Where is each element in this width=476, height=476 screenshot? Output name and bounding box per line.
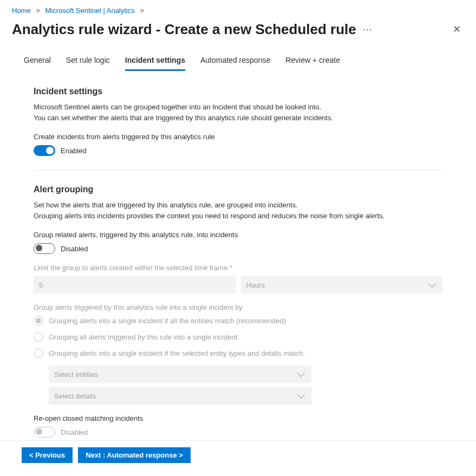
select-entities-placeholder: Select entities bbox=[54, 370, 98, 379]
select-details: Select details bbox=[49, 387, 311, 405]
radio-all-alerts-label: Grouping all alerts triggered by this ru… bbox=[49, 333, 237, 341]
alert-grouping-heading: Alert grouping bbox=[34, 185, 442, 194]
wizard-footer: < Previous Next : Automated response > bbox=[0, 440, 476, 476]
previous-button[interactable]: < Previous bbox=[22, 447, 73, 463]
next-button[interactable]: Next : Automated response > bbox=[78, 447, 191, 463]
incident-settings-heading: Incident settings bbox=[34, 87, 442, 96]
section-divider bbox=[34, 170, 442, 171]
limit-time-label: Limit the group to alerts created within… bbox=[34, 264, 442, 272]
create-incidents-label: Create incidents from alerts triggered b… bbox=[34, 133, 442, 141]
select-details-placeholder: Select details bbox=[54, 392, 96, 400]
desc-line: Microsoft Sentinel alerts can be grouped… bbox=[34, 103, 321, 111]
radio-all-alerts bbox=[34, 332, 43, 342]
tabs: General Set rule logic Incident settings… bbox=[12, 55, 464, 71]
create-incidents-toggle[interactable] bbox=[34, 145, 55, 156]
radio-selected-types bbox=[34, 348, 43, 358]
page-title: Analytics rule wizard - Create a new Sch… bbox=[12, 21, 356, 38]
chevron-down-icon bbox=[297, 391, 305, 399]
close-icon[interactable]: ✕ bbox=[449, 20, 464, 38]
breadcrumb: Home > Microsoft Sentinel | Analytics > bbox=[12, 6, 464, 15]
alert-grouping-desc: Set how the alerts that are triggered by… bbox=[34, 200, 442, 221]
tab-general[interactable]: General bbox=[24, 55, 51, 71]
limit-value-input bbox=[34, 276, 236, 294]
breadcrumb-sep: > bbox=[36, 6, 40, 15]
radio-entities-match bbox=[34, 316, 43, 325]
tab-review-create[interactable]: Review + create bbox=[285, 55, 340, 71]
desc-line: Grouping alerts into incidents provides … bbox=[34, 212, 384, 220]
desc-line: You can set whether the alerts that are … bbox=[34, 114, 333, 122]
reopen-state: Disabled bbox=[61, 428, 88, 436]
group-by-radio-group: Grouping alerts into a single incident i… bbox=[34, 316, 442, 358]
radio-selected-types-label: Grouping alerts into a single incident i… bbox=[49, 349, 305, 357]
group-related-toggle[interactable] bbox=[34, 243, 55, 254]
chevron-down-icon bbox=[428, 280, 436, 288]
group-by-label: Group alerts triggered by this analytics… bbox=[34, 303, 442, 311]
limit-unit-select: Hours bbox=[241, 276, 443, 294]
reopen-toggle bbox=[34, 427, 55, 438]
radio-entities-match-label: Grouping alerts into a single incident i… bbox=[49, 317, 286, 325]
tab-incident-settings[interactable]: Incident settings bbox=[125, 55, 185, 71]
create-incidents-state: Enabled bbox=[61, 147, 87, 155]
incident-settings-desc: Microsoft Sentinel alerts can be grouped… bbox=[34, 102, 442, 123]
chevron-down-icon bbox=[297, 369, 305, 377]
tab-automated-response[interactable]: Automated response bbox=[200, 55, 270, 71]
breadcrumb-sentinel[interactable]: Microsoft Sentinel | Analytics bbox=[45, 6, 135, 15]
breadcrumb-home[interactable]: Home bbox=[12, 6, 31, 15]
desc-line: Set how the alerts that are triggered by… bbox=[34, 201, 298, 209]
select-entities: Select entities bbox=[49, 366, 311, 383]
breadcrumb-sep: > bbox=[140, 6, 144, 15]
reopen-label: Re-open closed matching incidents bbox=[34, 414, 442, 422]
group-related-state: Disabled bbox=[61, 245, 88, 253]
limit-unit-value: Hours bbox=[246, 281, 265, 289]
tab-set-rule-logic[interactable]: Set rule logic bbox=[66, 55, 110, 71]
more-icon[interactable]: ··· bbox=[363, 24, 373, 35]
group-related-label: Group related alerts, triggered by this … bbox=[34, 231, 442, 239]
